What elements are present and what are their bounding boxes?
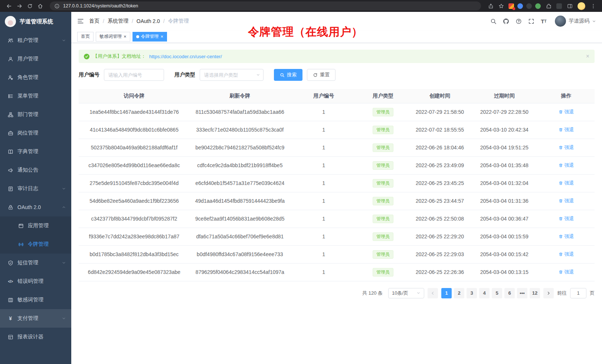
- force-logout-button[interactable]: 强退: [559, 144, 574, 151]
- errcode-icon: </>: [7, 278, 13, 284]
- sidebar-item-label: 菜单管理: [17, 93, 66, 99]
- extension-icon-1[interactable]: [508, 3, 514, 9]
- sidebar-item-error-code[interactable]: </>错误码管理: [0, 272, 71, 291]
- force-logout-label: 强退: [565, 251, 574, 258]
- sidebar-item-audit-log[interactable]: 审计日志: [0, 179, 71, 198]
- sidebar-item-role[interactable]: 角色管理: [0, 68, 71, 87]
- reload-icon[interactable]: [25, 1, 34, 10]
- extension-icon-3[interactable]: [526, 3, 532, 9]
- browser-menu-icon[interactable]: [589, 1, 598, 10]
- force-logout-button[interactable]: 强退: [559, 269, 574, 275]
- forward-icon[interactable]: [15, 1, 24, 10]
- sidebar-item-user[interactable]: 用户管理: [0, 50, 71, 68]
- site-info-icon[interactable]: [53, 3, 60, 9]
- tab-close-icon[interactable]: ×: [161, 34, 164, 39]
- user-type-select[interactable]: [200, 69, 264, 81]
- sidebar-item-label: 用户管理: [17, 56, 66, 62]
- goto-page-input[interactable]: [570, 288, 586, 298]
- force-logout-button[interactable]: 强退: [559, 180, 574, 186]
- tab-close-icon[interactable]: ×: [124, 34, 127, 39]
- breadcrumb-item[interactable]: 系统管理: [108, 18, 128, 24]
- address-bar[interactable]: 127.0.0.1:1024/system/oauth2/token: [50, 1, 481, 10]
- tab-active-dot-icon: [136, 35, 139, 38]
- sidebar-item-dict[interactable]: 字典管理: [0, 142, 71, 161]
- page-button-2[interactable]: 2: [454, 288, 464, 298]
- tab-sensitive-word[interactable]: 敏感词管理×: [96, 32, 130, 42]
- cell-action: 强退: [538, 121, 595, 139]
- page-size-select[interactable]: 10条/页: [388, 288, 424, 298]
- force-logout-button[interactable]: 强退: [559, 233, 574, 240]
- browser-profile-avatar[interactable]: [578, 2, 585, 10]
- breadcrumb-item[interactable]: 首页: [89, 18, 99, 24]
- sidebar-item-post[interactable]: 岗位管理: [0, 124, 71, 142]
- back-icon[interactable]: [4, 1, 13, 10]
- split-screen-icon[interactable]: [565, 1, 574, 10]
- sidebar-item-report[interactable]: 报表设计器: [0, 328, 71, 346]
- token-icon: [18, 241, 24, 247]
- cell-expire-time: 2054-03-04 01:31:36: [471, 192, 538, 210]
- search-button[interactable]: 搜索: [274, 69, 302, 81]
- reset-button[interactable]: 重置: [307, 69, 336, 81]
- tab-home[interactable]: 首页: [77, 32, 94, 42]
- extensions-puzzle-icon[interactable]: [544, 1, 553, 10]
- home-icon[interactable]: [36, 1, 45, 10]
- force-logout-button[interactable]: 强退: [559, 198, 574, 204]
- collapse-sidebar-icon[interactable]: [77, 18, 84, 24]
- chevron-down-icon: [256, 73, 260, 77]
- cell-access-token: c347026e805e4d99b0d116eae66eda8c: [79, 156, 190, 174]
- extension-icon-5[interactable]: [556, 3, 562, 9]
- next-page-button[interactable]: [543, 288, 554, 298]
- sidebar-item-oauth2-token[interactable]: 令牌管理: [0, 235, 71, 254]
- page-button-1[interactable]: 1: [441, 288, 452, 298]
- app-logo[interactable]: 芋道管理系统: [0, 12, 71, 31]
- share-icon[interactable]: [486, 1, 495, 10]
- sidebar-item-label: 租户管理: [17, 37, 58, 44]
- page-button-4[interactable]: 4: [479, 288, 490, 298]
- cell-user-id: 1: [290, 263, 357, 281]
- sidebar-item-oauth2[interactable]: OAuth 2.0: [0, 198, 71, 216]
- cell-refresh-token: 8796295f04064c2983414cc54af1097a: [190, 263, 290, 281]
- user-type-select-input[interactable]: [200, 69, 264, 81]
- bookmark-star-icon[interactable]: [497, 1, 506, 10]
- page-button-3[interactable]: 3: [467, 288, 477, 298]
- force-logout-button[interactable]: 强退: [559, 109, 574, 115]
- sidebar-item-notice[interactable]: 通知公告: [0, 161, 71, 179]
- cell-access-token: c342377bf8b344799dcbf7bf095287f2: [79, 210, 190, 228]
- doc-link[interactable]: https://doc.iocoder.cn/user-center/: [149, 54, 222, 59]
- sidebar-item-dept[interactable]: 部门管理: [0, 105, 71, 124]
- page-button-5[interactable]: 5: [492, 288, 502, 298]
- sidebar-item-label: 敏感词管理: [17, 297, 66, 303]
- sidebar-item-tenant[interactable]: 租户管理: [0, 31, 71, 50]
- sidebar-item-sms[interactable]: 短信管理: [0, 254, 71, 272]
- search-icon[interactable]: [487, 15, 499, 27]
- sidebar-item-pay[interactable]: ¥支付管理: [0, 309, 71, 328]
- search-icon: [280, 73, 285, 77]
- cell-access-token: 275e5de9151045fe87cbdc395e004f4d: [79, 174, 190, 192]
- help-icon[interactable]: [513, 15, 524, 27]
- font-size-icon[interactable]: TT: [538, 15, 550, 27]
- sidebar-item-menu[interactable]: 菜单管理: [0, 87, 71, 105]
- tab-oauth2-token[interactable]: 令牌管理×: [132, 32, 167, 42]
- table-row: 1ea5e44f8bc1467aaede43144f31de76811c5304…: [79, 103, 595, 121]
- sidebar-item-sensitive[interactable]: 敏感词管理: [0, 291, 71, 309]
- force-logout-button[interactable]: 强退: [559, 215, 574, 222]
- breadcrumb-separator: /: [132, 18, 133, 24]
- breadcrumb-item[interactable]: OAuth 2.0: [137, 18, 160, 24]
- prev-page-button[interactable]: [428, 288, 438, 298]
- user-menu[interactable]: 芋道源码: [555, 16, 596, 27]
- extension-icon-4[interactable]: [535, 3, 541, 9]
- force-logout-label: 强退: [565, 180, 574, 186]
- oauth-icon: [7, 204, 13, 210]
- force-logout-button[interactable]: 强退: [559, 162, 574, 169]
- alert-close-icon[interactable]: ×: [586, 53, 589, 59]
- force-logout-button[interactable]: 强退: [559, 251, 574, 258]
- page-button-12[interactable]: 12: [530, 288, 540, 298]
- force-logout-button[interactable]: 强退: [559, 126, 574, 133]
- user-id-input[interactable]: [104, 69, 164, 81]
- extension-icon-2[interactable]: [517, 3, 523, 9]
- sidebar-item-oauth2-app[interactable]: 应用管理: [0, 216, 71, 235]
- fullscreen-icon[interactable]: [525, 15, 537, 27]
- github-icon[interactable]: [500, 15, 512, 27]
- more-pages-button[interactable]: •••: [517, 288, 527, 298]
- page-button-6[interactable]: 6: [504, 288, 515, 298]
